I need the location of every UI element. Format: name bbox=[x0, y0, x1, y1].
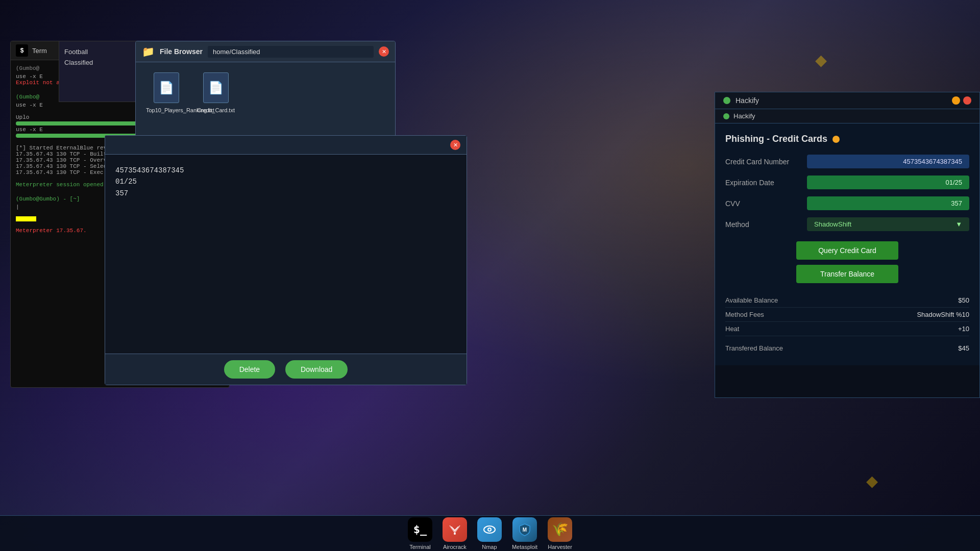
field-row-expiry: Expiration Date 01/25 bbox=[725, 176, 969, 189]
text-viewer-footer: Delete Download bbox=[105, 354, 467, 385]
hackify-header-bar: Hackify bbox=[715, 92, 979, 109]
expiry-field-label: Expiration Date bbox=[725, 179, 807, 187]
cvv-field-label: CVV bbox=[725, 199, 807, 208]
metasploit-taskbar-icon: M bbox=[512, 517, 537, 542]
cvv-field-value: 357 bbox=[807, 196, 969, 210]
delete-button[interactable]: Delete bbox=[224, 360, 275, 379]
taskbar: $_ Terminal Airocrack Nmap bbox=[0, 515, 980, 551]
progress-bar-1 bbox=[16, 121, 141, 126]
taskbar-item-airocrack[interactable]: Airocrack bbox=[443, 517, 467, 550]
path-bar: home/Classified bbox=[208, 46, 374, 58]
field-row-cvv: CVV 357 bbox=[725, 196, 969, 210]
phishing-title: Phishing - Credit Cards bbox=[725, 134, 827, 144]
transferred-label: Transfered Balance bbox=[725, 344, 783, 352]
method-select[interactable]: ShadowShift ▼ bbox=[807, 217, 969, 231]
taskbar-item-metasploit[interactable]: M Metasploit bbox=[512, 517, 537, 550]
deco-diamond-2: ◆ bbox=[866, 472, 878, 490]
transfer-balance-btn[interactable]: Transfer Balance bbox=[796, 265, 898, 283]
download-button[interactable]: Download bbox=[285, 360, 348, 379]
hackify-status-dot bbox=[723, 97, 730, 104]
terminal-title: Term bbox=[32, 47, 47, 55]
terminal-taskbar-label: Terminal bbox=[409, 544, 431, 550]
file-icon-top10: 📄 bbox=[154, 72, 179, 103]
taskbar-item-terminal[interactable]: $_ Terminal bbox=[408, 517, 432, 550]
text-viewer-close-btn[interactable]: ✕ bbox=[450, 140, 460, 150]
cursor-text: | bbox=[16, 204, 19, 210]
terminal-prompt-icon: $ bbox=[20, 47, 24, 54]
cc-field-value: 4573543674387345 bbox=[807, 155, 969, 168]
fees-value: ShadowShift %10 bbox=[917, 311, 969, 318]
phishing-title-row: Phishing - Credit Cards bbox=[725, 134, 969, 144]
transferred-value: $45 bbox=[958, 344, 969, 352]
info-row-transferred: Transfered Balance $45 bbox=[725, 341, 969, 355]
balance-value: $50 bbox=[958, 296, 969, 304]
hackify-close-btn[interactable] bbox=[963, 96, 971, 105]
hackify-sub-title: Hackify bbox=[733, 112, 755, 120]
file-browser-header: 📁 File Browser home/Classified ✕ bbox=[136, 41, 395, 62]
file-browser-window: 📁 File Browser home/Classified ✕ 📄 Top10… bbox=[135, 41, 396, 143]
airocrack-taskbar-label: Airocrack bbox=[443, 544, 467, 550]
text-viewer-body: 4573543674387345 01/25 357 bbox=[105, 155, 467, 354]
heat-value: +10 bbox=[958, 325, 969, 333]
minimize-btn[interactable] bbox=[952, 96, 960, 105]
cc-expiry-line: 01/25 bbox=[115, 176, 456, 187]
cc-field-label: Credit Card Number bbox=[725, 158, 807, 166]
sidebar-item-classified[interactable]: Classified bbox=[64, 57, 135, 68]
method-value: ShadowShift bbox=[814, 220, 851, 228]
cc-cvv-line: 357 bbox=[115, 188, 456, 199]
info-row-balance: Available Balance $50 bbox=[725, 293, 969, 308]
terminal-taskbar-icon: $_ bbox=[408, 517, 432, 542]
file-browser-title: File Browser bbox=[160, 47, 203, 56]
query-credit-card-btn[interactable]: Query Credit Card bbox=[796, 241, 898, 260]
method-field-label: Method bbox=[725, 220, 807, 229]
file-item-creditcard[interactable]: 📄 Credit_Card.txt bbox=[197, 72, 235, 113]
file-icon-creditcard: 📄 bbox=[203, 72, 229, 103]
text-viewer-header: ✕ bbox=[105, 136, 467, 155]
field-row-method: Method ShadowShift ▼ bbox=[725, 217, 969, 231]
text-viewer-window: ✕ 4573543674387345 01/25 357 Delete Down… bbox=[105, 135, 467, 385]
field-row-cc: Credit Card Number 4573543674387345 bbox=[725, 155, 969, 168]
action-buttons: Query Credit Card Transfer Balance bbox=[725, 241, 969, 283]
info-table: Available Balance $50 Method Fees Shadow… bbox=[725, 293, 969, 355]
nmap-taskbar-icon bbox=[477, 517, 502, 542]
airocrack-taskbar-icon bbox=[443, 517, 467, 542]
file-browser-close-btn[interactable]: ✕ bbox=[379, 46, 389, 57]
svg-text:M: M bbox=[523, 527, 527, 533]
hackify-sub-header: Hackify bbox=[715, 109, 979, 123]
deco-diamond-1: ◆ bbox=[815, 51, 827, 69]
hackify-window-title: Hackify bbox=[736, 96, 759, 105]
info-row-heat: Heat +10 bbox=[725, 322, 969, 336]
cc-number-line: 4573543674387345 bbox=[115, 165, 456, 176]
hackify-sub-dot bbox=[723, 113, 729, 119]
svg-point-0 bbox=[454, 533, 456, 535]
info-row-fees: Method Fees ShadowShift %10 bbox=[725, 308, 969, 322]
expiry-field-value: 01/25 bbox=[807, 176, 969, 189]
method-dropdown-icon: ▼ bbox=[955, 220, 962, 228]
file-name-creditcard: Credit_Card.txt bbox=[197, 107, 235, 113]
metasploit-taskbar-label: Metasploit bbox=[512, 544, 537, 550]
harvester-taskbar-label: Harvester bbox=[548, 544, 572, 550]
folder-icon: 📁 bbox=[142, 45, 155, 58]
file-browser-body: 📄 Top10_Players_Ranking.txt 📄 Credit_Car… bbox=[136, 62, 395, 123]
terminal-icon: $ bbox=[16, 44, 28, 57]
svg-point-3 bbox=[488, 529, 491, 531]
hackify-panel: Hackify Hackify Phishing - Credit Cards … bbox=[715, 92, 980, 398]
nmap-taskbar-label: Nmap bbox=[482, 544, 497, 550]
terminal-line-yellow bbox=[16, 216, 36, 221]
file-item-top10[interactable]: 📄 Top10_Players_Ranking.txt bbox=[146, 72, 187, 113]
window-controls bbox=[952, 96, 971, 105]
taskbar-item-nmap[interactable]: Nmap bbox=[477, 517, 502, 550]
file-name-top10: Top10_Players_Ranking.txt bbox=[146, 107, 187, 113]
sidebar-item-football[interactable]: Football bbox=[64, 46, 135, 57]
heat-label: Heat bbox=[725, 325, 739, 333]
taskbar-item-harvester[interactable]: 🌾 Harvester bbox=[548, 517, 572, 550]
sidebar-panel: Football Classified bbox=[59, 41, 140, 102]
harvester-taskbar-icon: 🌾 bbox=[548, 517, 572, 542]
balance-label: Available Balance bbox=[725, 296, 778, 304]
fees-label: Method Fees bbox=[725, 311, 764, 318]
phishing-status-dot bbox=[832, 136, 840, 143]
phishing-panel: Phishing - Credit Cards Credit Card Numb… bbox=[715, 123, 979, 365]
